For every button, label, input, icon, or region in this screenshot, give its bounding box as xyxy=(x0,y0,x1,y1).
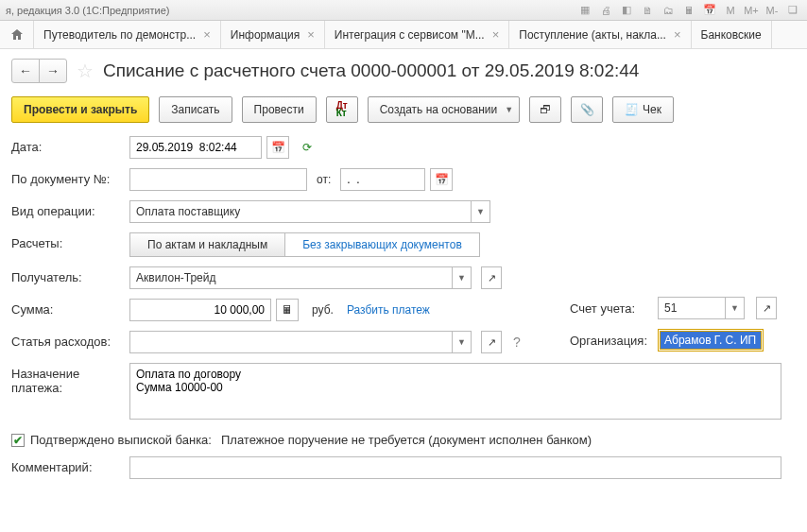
tab-integration[interactable]: Интеграция с сервисом "М...× xyxy=(325,21,509,48)
amount-label: Сумма: xyxy=(11,299,129,317)
toolbar: Провести и закрыть Записать Провести ДтК… xyxy=(11,96,796,123)
chevron-down-icon[interactable]: ▼ xyxy=(725,298,744,318)
close-icon[interactable]: × xyxy=(203,27,211,42)
home-tab[interactable] xyxy=(0,21,34,48)
chevron-down-icon[interactable]: ▼ xyxy=(452,267,471,288)
date-label: Дата: xyxy=(11,136,129,154)
tab-label: Банковские xyxy=(701,28,762,42)
expense-label: Статья расходов: xyxy=(11,331,129,349)
tab-receipt[interactable]: Поступление (акты, накла...× xyxy=(509,21,691,48)
account-select[interactable]: 51 ▼ xyxy=(658,297,745,319)
payment-order-text: Платежное поручение не требуется (докуме… xyxy=(221,433,592,447)
org-input[interactable]: Абрамов Г. С. ИП xyxy=(660,331,762,350)
page-title: Списание с расчетного счета 0000-000001 … xyxy=(103,60,639,81)
titlebar-icons: ▦ 🖨 ◧ 🗎 🗂 🖩 📅 M M+ M- ❏ xyxy=(576,2,801,19)
chevron-down-icon[interactable]: ▼ xyxy=(471,201,489,222)
print-icon[interactable]: 🖨 xyxy=(597,2,614,19)
cheque-button[interactable]: 🧾Чек xyxy=(612,96,674,123)
calc-label: Расчеты: xyxy=(11,232,129,250)
tab-label: Интеграция с сервисом "М... xyxy=(335,28,485,42)
btn-label: Создать на основании xyxy=(380,103,498,116)
docno-label: По документу №: xyxy=(11,168,129,186)
chevron-down-icon: ▼ xyxy=(505,105,513,114)
comment-input[interactable] xyxy=(129,456,781,479)
tb-icon-3[interactable]: ◧ xyxy=(618,2,635,19)
chevron-down-icon[interactable]: ▼ xyxy=(452,332,471,352)
m-minus-icon[interactable]: M- xyxy=(764,2,781,19)
close-icon[interactable]: × xyxy=(307,27,315,42)
post-button[interactable]: Провести xyxy=(242,96,317,123)
calendar-picker-icon[interactable]: 📅 xyxy=(430,168,453,191)
btn-label: Чек xyxy=(643,103,661,116)
org-field-wrapper: Абрамов Г. С. ИП xyxy=(658,329,764,352)
tab-label: Путеводитель по демонстр... xyxy=(43,28,196,42)
open-expense-button[interactable]: ↗ xyxy=(481,331,502,353)
purpose-label: Назначение платежа: xyxy=(11,363,129,395)
confirmed-checkbox[interactable]: ✔ xyxy=(11,434,25,447)
tab-info[interactable]: Информация× xyxy=(221,21,325,48)
m-plus-icon[interactable]: M+ xyxy=(743,2,760,19)
open-account-button[interactable]: ↗ xyxy=(756,297,777,319)
amount-input[interactable] xyxy=(129,299,271,321)
ruble-label: руб. xyxy=(312,303,334,317)
calculator-icon[interactable]: 🖩 xyxy=(276,299,299,321)
cheque-icon: 🧾 xyxy=(625,103,639,116)
tb-icon-1[interactable]: ▦ xyxy=(576,2,593,19)
tabbar: Путеводитель по демонстр...× Информация×… xyxy=(0,21,807,49)
tb-icon-5[interactable]: 🗂 xyxy=(660,2,677,19)
recipient-select[interactable]: Аквилон-Трейд ▼ xyxy=(129,266,472,289)
dtkt-button[interactable]: ДтКт xyxy=(326,96,358,123)
tab-acts[interactable]: По актам и накладным xyxy=(130,233,285,256)
select-value: Аквилон-Трейд xyxy=(130,271,452,284)
tb-icon-4[interactable]: 🗎 xyxy=(639,2,656,19)
org-label: Организация: xyxy=(570,334,650,348)
confirmed-label: Подтверждено выпиской банка: xyxy=(30,433,212,447)
optype-label: Вид операции: xyxy=(11,200,129,218)
favorite-icon[interactable]: ☆ xyxy=(77,60,94,82)
account-label: Счет учета: xyxy=(570,301,650,316)
purpose-textarea[interactable] xyxy=(129,363,781,420)
close-icon[interactable]: × xyxy=(674,27,681,42)
tab-bank[interactable]: Банковские xyxy=(692,21,772,48)
save-button[interactable]: Записать xyxy=(159,96,232,123)
select-value: Оплата поставщику xyxy=(130,205,471,218)
create-based-button[interactable]: Создать на основании▼ xyxy=(368,96,520,123)
split-payment-link[interactable]: Разбить платеж xyxy=(347,303,430,317)
select-value: 51 xyxy=(659,301,725,315)
from-date-input[interactable] xyxy=(340,168,425,191)
date-input[interactable] xyxy=(129,136,262,159)
forward-button[interactable]: → xyxy=(39,59,67,83)
comment-label: Комментарий: xyxy=(11,456,129,474)
tab-guide[interactable]: Путеводитель по демонстр...× xyxy=(34,21,221,48)
expense-select[interactable]: ▼ xyxy=(129,331,472,353)
attach-button[interactable]: 📎 xyxy=(571,96,603,123)
m-icon[interactable]: M xyxy=(722,2,739,19)
recipient-label: Получатель: xyxy=(11,266,129,284)
tab-label: Информация xyxy=(231,28,300,42)
open-recipient-button[interactable]: ↗ xyxy=(481,266,502,289)
tab-label: Поступление (акты, накла... xyxy=(519,28,666,42)
tab-noclose[interactable]: Без закрывающих документов xyxy=(285,233,479,256)
tb-icon-last[interactable]: ❏ xyxy=(784,2,801,19)
calendar-picker-icon[interactable]: 📅 xyxy=(266,136,289,159)
help-icon[interactable]: ? xyxy=(513,335,521,350)
calendar-icon[interactable]: 📅 xyxy=(701,2,718,19)
back-button[interactable]: ← xyxy=(11,59,40,83)
from-label: от: xyxy=(317,173,331,186)
calc-icon[interactable]: 🖩 xyxy=(680,2,697,19)
checkmark-icon: ✔ xyxy=(13,434,23,447)
refresh-icon[interactable]: ⟳ xyxy=(302,141,312,154)
titlebar: я, редакция 3.0 (1С:Предприятие) ▦ 🖨 ◧ 🗎… xyxy=(0,0,807,21)
docno-input[interactable] xyxy=(129,168,307,191)
window-title: я, редакция 3.0 (1С:Предприятие) xyxy=(6,5,169,16)
optype-select[interactable]: Оплата поставщику ▼ xyxy=(129,200,490,223)
calc-tabs: По актам и накладным Без закрывающих док… xyxy=(129,232,480,257)
structure-button[interactable]: 🗗 xyxy=(529,96,561,123)
post-and-close-button[interactable]: Провести и закрыть xyxy=(11,96,149,123)
close-icon[interactable]: × xyxy=(492,27,500,42)
